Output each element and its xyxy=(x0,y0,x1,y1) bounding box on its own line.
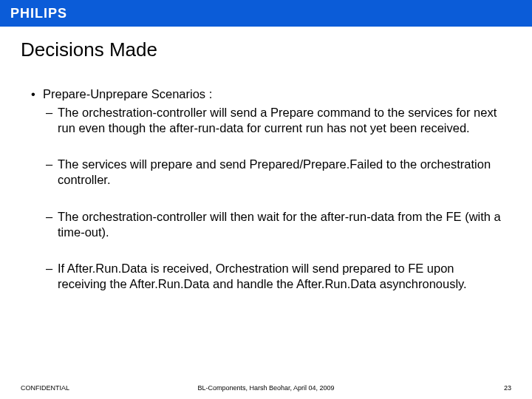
philips-logo: PHILIPS xyxy=(10,6,67,21)
header-bar: PHILIPS xyxy=(0,0,532,27)
bullet-sub: The services will prepare and send Prepa… xyxy=(30,157,502,188)
footer-confidential: CONFIDENTIAL xyxy=(21,384,69,392)
bullet-sub: The orchestration-controller will then w… xyxy=(30,209,502,240)
footer-meta: BL-Components, Harsh Beohar, April 04, 2… xyxy=(197,384,334,392)
slide-content: Prepare-Unprepare Scenarios : The orches… xyxy=(0,66,532,399)
slide-title: Decisions Made xyxy=(0,27,532,66)
page-number: 23 xyxy=(504,384,511,392)
bullet-sub: The orchestration-controller will send a… xyxy=(30,105,502,136)
slide: PHILIPS Decisions Made Prepare-Unprepare… xyxy=(0,0,532,399)
bullet-main: Prepare-Unprepare Scenarios : xyxy=(30,86,502,102)
bullet-sub: If After.Run.Data is received, Orchestra… xyxy=(30,261,502,292)
